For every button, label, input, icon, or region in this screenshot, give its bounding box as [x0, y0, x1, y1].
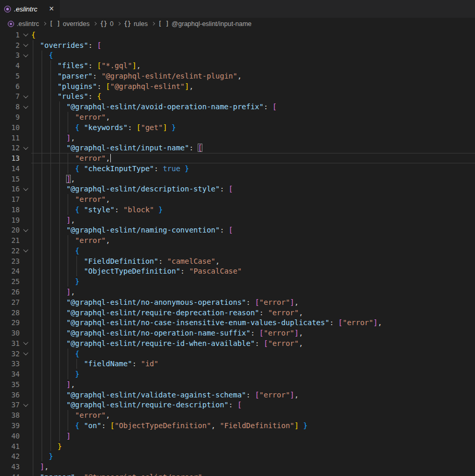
code-line[interactable]: 28 "@graphql-eslint/require-deprecation-…: [0, 307, 475, 318]
fold-chevron-down-icon[interactable]: [23, 340, 28, 345]
code-content[interactable]: "rules": {: [31, 92, 475, 102]
code-line[interactable]: 4 "files": ["*.gql"],: [0, 60, 475, 71]
code-line[interactable]: 8 "@graphql-eslint/avoid-operation-name-…: [0, 101, 475, 112]
code-line[interactable]: 42 }: [0, 451, 475, 461]
code-content[interactable]: ],: [31, 215, 475, 225]
code-content[interactable]: "error",: [31, 410, 475, 420]
code-line[interactable]: 6 "plugins": ["@graphql-eslint"],: [0, 81, 475, 92]
code-content[interactable]: ],: [31, 287, 475, 297]
code-content[interactable]: }: [31, 276, 475, 287]
code-content[interactable]: { "style": "block" }: [31, 204, 475, 215]
code-line[interactable]: 11 ],: [0, 133, 475, 143]
code-content[interactable]: { "checkInputType": true }: [31, 163, 475, 174]
fold-chevron-down-icon[interactable]: [23, 350, 28, 355]
code-line[interactable]: 31 "@graphql-eslint/require-id-when-avai…: [0, 338, 475, 349]
code-content[interactable]: "@graphql-eslint/validate-against-schema…: [31, 390, 475, 400]
code-content[interactable]: { "on": ["ObjectTypeDefinition", "FieldD…: [31, 420, 475, 431]
breadcrumb-item-overrides[interactable]: [ ]overrides: [49, 20, 89, 28]
code-content[interactable]: {: [31, 349, 475, 359]
code-content[interactable]: "overrides": [: [31, 40, 475, 50]
code-content[interactable]: "@graphql-eslint/input-name": [: [31, 143, 475, 153]
code-content[interactable]: ],: [31, 174, 475, 184]
code-line[interactable]: 5 "parser": "@graphql-eslint/eslint-plug…: [0, 71, 475, 81]
code-content[interactable]: ],: [31, 461, 475, 472]
code-line[interactable]: 10 { "keywords": ["get"] }: [0, 122, 475, 133]
code-content[interactable]: "@graphql-eslint/description-style": [: [31, 184, 475, 194]
code-line[interactable]: 22 {: [0, 246, 475, 256]
code-content[interactable]: { "keywords": ["get"] }: [31, 122, 475, 133]
code-line[interactable]: 16 "@graphql-eslint/description-style": …: [0, 184, 475, 194]
code-line[interactable]: 43 ],: [0, 461, 475, 472]
code-line[interactable]: 35 ],: [0, 379, 475, 390]
code-content[interactable]: {: [31, 50, 475, 61]
code-line[interactable]: 40 ]: [0, 431, 475, 441]
code-content[interactable]: ]: [31, 431, 475, 441]
code-content[interactable]: ],: [31, 133, 475, 143]
code-content[interactable]: "error",: [31, 235, 475, 246]
code-content[interactable]: "error",: [31, 112, 475, 122]
code-content[interactable]: "@graphql-eslint/require-description": [: [31, 400, 475, 410]
fold-chevron-down-icon[interactable]: [23, 32, 28, 37]
code-line[interactable]: 27 "@graphql-eslint/no-anonymous-operati…: [0, 297, 475, 307]
code-line[interactable]: 25 }: [0, 276, 475, 287]
code-line[interactable]: 12 "@graphql-eslint/input-name": [: [0, 143, 475, 153]
fold-chevron-down-icon[interactable]: [23, 93, 28, 98]
code-content[interactable]: "error",: [31, 194, 475, 204]
code-line[interactable]: 23 "FieldDefinition": "camelCase",: [0, 256, 475, 266]
code-line[interactable]: 7 "rules": {: [0, 92, 475, 102]
code-content[interactable]: "ObjectTypeDefinition": "PascalCase": [31, 266, 475, 277]
code-content[interactable]: "@graphql-eslint/no-case-insensitive-enu…: [31, 317, 475, 328]
code-line[interactable]: 24 "ObjectTypeDefinition": "PascalCase": [0, 266, 475, 277]
code-line[interactable]: 21 "error",: [0, 235, 475, 246]
code-content[interactable]: "plugins": ["@graphql-eslint"],: [31, 81, 475, 92]
breadcrumb-item--eslintrc[interactable]: .eslintrc: [8, 20, 39, 28]
code-line[interactable]: 20 "@graphql-eslint/naming-convention": …: [0, 225, 475, 236]
code-content[interactable]: ],: [31, 379, 475, 390]
tab-eslintrc[interactable]: .eslintrc ×: [0, 0, 60, 18]
fold-chevron-down-icon[interactable]: [23, 186, 28, 191]
code-line[interactable]: 19 ],: [0, 215, 475, 225]
code-line[interactable]: 37 "@graphql-eslint/require-description"…: [0, 400, 475, 410]
code-line[interactable]: 36 "@graphql-eslint/validate-against-sch…: [0, 390, 475, 400]
code-content[interactable]: {: [31, 246, 475, 256]
code-line[interactable]: 39 { "on": ["ObjectTypeDefinition", "Fie…: [0, 420, 475, 431]
code-content[interactable]: "@graphql-eslint/require-id-when-availab…: [31, 338, 475, 349]
code-editor[interactable]: 1{2 "overrides": [3 {4 "files": ["*.gql"…: [0, 30, 475, 476]
code-content[interactable]: }: [31, 369, 475, 379]
fold-chevron-down-icon[interactable]: [23, 248, 28, 253]
code-content[interactable]: "error",: [31, 153, 475, 163]
code-content[interactable]: }: [31, 451, 475, 461]
code-content[interactable]: "FieldDefinition": "camelCase",: [31, 256, 475, 266]
code-line[interactable]: 38 "error",: [0, 410, 475, 420]
code-content[interactable]: "fieldName": "id": [31, 359, 475, 369]
fold-chevron-down-icon[interactable]: [23, 145, 28, 150]
breadcrumb-item--graphql-eslint-input-name[interactable]: [ ]@graphql-eslint/input-name: [158, 20, 252, 28]
code-line[interactable]: 32 {: [0, 349, 475, 359]
code-line[interactable]: 29 "@graphql-eslint/no-case-insensitive-…: [0, 317, 475, 328]
fold-chevron-down-icon[interactable]: [23, 104, 28, 109]
code-content[interactable]: "@graphql-eslint/no-operation-name-suffi…: [31, 328, 475, 338]
code-line[interactable]: 3 {: [0, 50, 475, 61]
code-line[interactable]: 1{: [0, 30, 475, 40]
fold-chevron-down-icon[interactable]: [23, 52, 28, 57]
code-content[interactable]: "parser": "@typescript-eslint/parser": [31, 472, 475, 476]
close-icon[interactable]: ×: [47, 5, 56, 13]
code-content[interactable]: "@graphql-eslint/no-anonymous-operations…: [31, 297, 475, 307]
code-content[interactable]: "@graphql-eslint/avoid-operation-name-pr…: [31, 101, 475, 112]
code-line[interactable]: 9 "error",: [0, 112, 475, 122]
breadcrumb-item-rules[interactable]: {}rules: [124, 20, 148, 28]
code-line[interactable]: 34 }: [0, 369, 475, 379]
fold-chevron-down-icon[interactable]: [23, 227, 28, 232]
breadcrumb-item-0[interactable]: {}0: [100, 20, 113, 28]
code-content[interactable]: "files": ["*.gql"],: [31, 60, 475, 71]
code-content[interactable]: "@graphql-eslint/naming-convention": [: [31, 225, 475, 236]
code-line[interactable]: 33 "fieldName": "id": [0, 359, 475, 369]
fold-chevron-down-icon[interactable]: [23, 402, 28, 407]
code-line[interactable]: 30 "@graphql-eslint/no-operation-name-su…: [0, 328, 475, 338]
code-content[interactable]: {: [31, 30, 475, 40]
code-content[interactable]: }: [31, 441, 475, 452]
code-line[interactable]: 41 }: [0, 441, 475, 452]
code-line[interactable]: 17 "error",: [0, 194, 475, 204]
code-line[interactable]: 14 { "checkInputType": true }: [0, 163, 475, 174]
code-content[interactable]: "@graphql-eslint/require-deprecation-rea…: [31, 307, 475, 318]
